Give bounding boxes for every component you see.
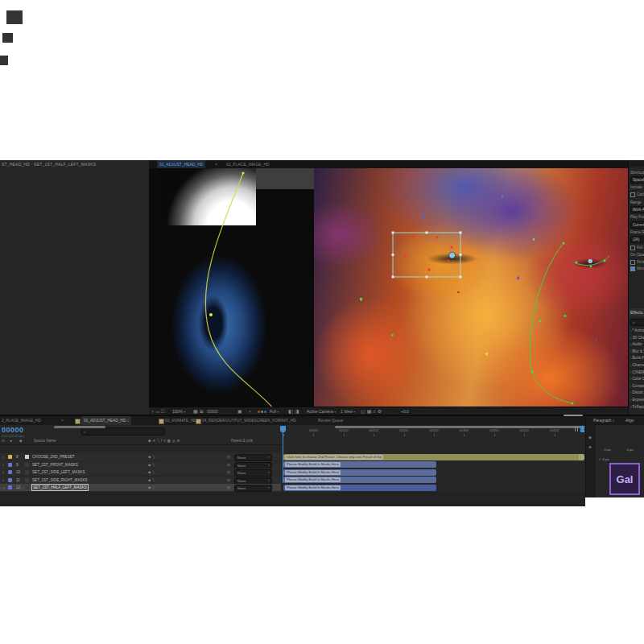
spline-vertex[interactable] (242, 172, 245, 175)
render-queue-tab[interactable]: Render Queue (318, 416, 343, 425)
label-swatch[interactable] (8, 463, 12, 467)
work-area-end-marker[interactable] (580, 426, 584, 432)
label-column-icon[interactable]: ◆ (19, 439, 22, 443)
timeline-tab-active[interactable]: 01_ADJUST_HEAD_HD ≡ (81, 416, 131, 425)
twirl-icon[interactable]: › (2, 477, 4, 484)
timeline-search-input[interactable]: ⌕ (80, 427, 165, 436)
timeline-tab[interactable]: 04_RENDER/OUTPUT_WIDESCREEN_FORMAT_HD (202, 416, 296, 425)
checkbox-icon[interactable] (630, 260, 635, 265)
twirl-icon[interactable]: › (2, 469, 4, 476)
playhead-handle[interactable] (280, 426, 286, 432)
layer-bar[interactable]: Please Modify Build-In Masks Here (283, 469, 436, 476)
composition-viewer[interactable]: 01_ADJUST_HEAD_HD × 02_PLACE_IMAGE_HD (149, 160, 628, 415)
layer-bar[interactable]: Click here to choose 2nd Preset. Choose … (283, 454, 584, 460)
spline-vertex[interactable] (209, 313, 213, 316)
layer-bar-selected[interactable]: Please Modify Build-In Masks Here (283, 485, 436, 491)
tracker-region-box[interactable] (393, 233, 460, 277)
eye-icon[interactable]: ⊙ (2, 439, 5, 443)
frame-rate-select[interactable]: (24) (630, 236, 644, 243)
spline-vertex[interactable] (576, 262, 578, 264)
timeline-tab[interactable]: 00_ANIMATE_HD (165, 416, 196, 425)
layer-bar[interactable]: Please Modify Build-In Masks Here (283, 461, 436, 468)
layer-row[interactable]: › 8 CHOOSE_2ND_PRESET ◆╲ @ None▾ (0, 453, 281, 460)
spline-vertex[interactable] (531, 371, 534, 374)
layer-name[interactable]: SET_1ST_SIDE_RIGHT_MASKS (32, 477, 88, 484)
layer-row[interactable]: › 10 SET_1ST_SIDE_LEFT_MASKS ◆╲ @ None▾ (0, 469, 281, 476)
effects-category[interactable]: ›Distort (630, 390, 644, 396)
effects-category[interactable]: ›Composition (630, 383, 644, 390)
current-time-display[interactable]: 00000 (2, 426, 24, 434)
audio-icon[interactable]: ◄ (9, 439, 12, 443)
align-tab[interactable]: Align (625, 416, 634, 425)
layer-switches[interactable]: ◆╲ (148, 461, 156, 469)
effects-category[interactable]: ›Channel (630, 362, 644, 369)
checkbox-icon[interactable] (630, 246, 635, 250)
twirl-icon[interactable]: ⌄ (2, 484, 6, 491)
effects-category[interactable]: ›FxFactory (630, 404, 644, 411)
twirl-icon[interactable]: › (2, 453, 4, 460)
effects-category[interactable]: ›Audio (630, 341, 644, 348)
indent-left-field[interactable]: →0 px (599, 448, 611, 452)
layer-row-selected[interactable]: ⌄ 12 SET_1ST_HALF_LEFT_MASKS ◆╲ @ None▾ (0, 484, 281, 491)
work-area-handle[interactable] (577, 427, 578, 431)
time-ruler[interactable]: 00050 00100 00150 00200 00250 00300 0035… (283, 426, 584, 436)
source-name-header[interactable]: Source Name (34, 439, 56, 443)
pick-whip-icon[interactable]: @ (227, 484, 230, 491)
scroll-icon[interactable]: ◈ (588, 444, 592, 449)
pick-whip-icon[interactable]: @ (227, 453, 230, 460)
spline-vertex[interactable] (604, 260, 606, 262)
label-swatch[interactable] (8, 470, 12, 474)
layer-bar[interactable]: Please Modify Build-In Masks Here (283, 477, 436, 483)
layer-switches[interactable]: ◆╲ (148, 477, 156, 484)
effects-category[interactable]: ›Color Correction (630, 376, 644, 382)
layer-name[interactable]: SET_1ST_SIDE_LEFT_MASKS (32, 469, 85, 476)
pick-whip-icon[interactable]: @ (227, 461, 230, 469)
spline-vertex[interactable] (590, 266, 592, 268)
pick-whip-icon[interactable]: @ (227, 469, 230, 476)
columns-scrollbar[interactable] (54, 426, 105, 428)
layer-switches[interactable]: ◆╲ (148, 453, 156, 460)
checkbox-icon[interactable] (630, 192, 635, 197)
parent-dropdown[interactable]: None▾ (234, 485, 272, 492)
spline-vertex[interactable] (572, 402, 574, 405)
switches-header-icons[interactable]: ◆✦╲fx▦◎⚙ (148, 439, 182, 443)
spline-vertex[interactable] (539, 320, 542, 323)
range-select[interactable]: Work Area (630, 206, 644, 213)
close-icon[interactable]: × (61, 416, 64, 425)
effects-presets-header[interactable]: Effects & Presets (629, 308, 644, 316)
label-swatch[interactable] (8, 485, 12, 489)
parent-link-header[interactable]: Parent & Link (231, 439, 253, 443)
cache-checkbox-row[interactable]: Cache Before Playback (630, 191, 644, 198)
twirl-icon[interactable]: › (2, 461, 4, 469)
paragraph-tab[interactable]: Paragraph ≡ (593, 416, 615, 425)
label-swatch[interactable] (8, 455, 12, 459)
effects-search-input[interactable]: ⌕ (630, 319, 644, 326)
space-before-field[interactable]: ≡0 px (599, 457, 609, 461)
layer-switches[interactable]: ◆╲ (148, 469, 156, 476)
full-screen-checkbox-row[interactable]: Full Screen (630, 244, 644, 251)
option-checkbox-row[interactable]: Move Time (630, 265, 644, 272)
layer-name[interactable]: SET_1ST_FRONT_MASKS (32, 461, 78, 469)
layer-name[interactable]: SET_1ST_HALF_LEFT_MASKS (31, 484, 89, 491)
play-from-select[interactable]: Current Time (630, 221, 644, 229)
effects-category[interactable]: ›Blur & Sharpen (630, 349, 644, 355)
label-swatch[interactable] (8, 478, 12, 482)
spline-vertex[interactable] (563, 242, 565, 245)
pick-whip-icon[interactable]: @ (227, 477, 230, 484)
layer-switches[interactable]: ◆╲ (148, 484, 156, 491)
effects-category[interactable]: ›Boris FX Mocha (630, 355, 644, 361)
effects-category[interactable]: ›CINEMA 4D (630, 369, 644, 376)
timeline-scroll-strip[interactable]: ◆ ◈ (586, 425, 596, 497)
effects-category[interactable]: ›Expression Controls (630, 397, 644, 403)
shortcut-select[interactable]: Spacebar (630, 176, 644, 184)
work-area-handle[interactable] (575, 427, 576, 431)
layer-name[interactable]: CHOOSE_2ND_PRESET (32, 453, 75, 460)
layer-row[interactable]: › 11 SET_1ST_SIDE_RIGHT_MASKS ◆╲ @ None▾ (0, 477, 281, 484)
bar-out-handle[interactable] (579, 454, 584, 460)
indent-right-field[interactable]: ←0 px (621, 448, 634, 452)
sidebar-panel-tab[interactable] (629, 160, 644, 167)
timeline-tab[interactable]: 2_PLACE_IMAGE_HD (2, 416, 41, 425)
effects-category[interactable]: ›* Animation Presets (630, 328, 644, 334)
panel-menu-icon[interactable]: ≡ (127, 419, 130, 423)
effects-category[interactable]: ›3D Channel (630, 335, 644, 341)
